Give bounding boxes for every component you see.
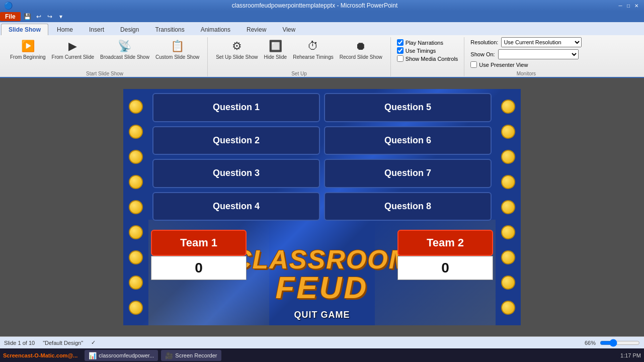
taskbar-powerpoint-item[interactable]: 📊 classroomfeudpower... (85, 350, 158, 361)
zoom-level: 66% (585, 340, 596, 346)
team1-score: 0 (151, 256, 247, 280)
taskbar-time: 1:17 PM (620, 352, 641, 358)
tab-home[interactable]: Home (49, 24, 80, 35)
powerpoint-icon: 📊 (89, 352, 97, 359)
questions-grid: Question 1 Question 5 Question 2 Questio… (148, 89, 496, 225)
minimize-button[interactable]: ─ (617, 2, 624, 9)
close-button[interactable]: ✕ (633, 2, 640, 9)
tab-insert[interactable]: Insert (82, 24, 112, 35)
question-6-button[interactable]: Question 6 (324, 126, 492, 155)
tab-review[interactable]: Review (239, 24, 274, 35)
ribbon-group-checkboxes: Play Narrations Use Timings Show Media C… (391, 37, 465, 76)
dot (129, 250, 143, 264)
tab-transitions[interactable]: Transitions (147, 24, 192, 35)
qa-more-button[interactable]: ▾ (56, 12, 66, 21)
dot (129, 276, 143, 290)
question-4-button[interactable]: Question 4 (152, 192, 320, 221)
ribbon-group-setup: ⚙ Set Up Slide Show 🔲 Hide Slide ⏱ Rehea… (208, 37, 391, 76)
record-icon: ⏺ (353, 38, 369, 54)
theme-name: "Default Design" (43, 340, 83, 346)
dot (129, 100, 143, 114)
dot (501, 200, 515, 214)
dot (501, 276, 515, 290)
show-media-controls-checkbox[interactable] (397, 55, 404, 62)
from-current-slide-button[interactable]: ▶ From Current Slide (50, 37, 96, 61)
hide-slide-button[interactable]: 🔲 Hide Slide (262, 37, 289, 61)
team2-score: 0 (397, 256, 493, 280)
dot (129, 200, 143, 214)
question-8-button[interactable]: Question 8 (324, 192, 492, 221)
dot (129, 175, 143, 189)
recorder-icon: 🎥 (165, 352, 173, 359)
slide-count: Slide 1 of 10 (4, 340, 35, 346)
dot (501, 150, 515, 164)
question-1-button[interactable]: Question 1 (152, 93, 320, 122)
dot (129, 225, 143, 239)
from-current-icon: ▶ (65, 38, 81, 54)
play-narrations-checkbox[interactable] (397, 39, 404, 46)
hide-icon: 🔲 (267, 38, 283, 54)
dot (129, 150, 143, 164)
question-7-button[interactable]: Question 7 (324, 159, 492, 188)
tab-slideshow[interactable]: Slide Show (1, 24, 48, 35)
from-beginning-button[interactable]: ▶️ From Beginning (8, 37, 48, 61)
main-area: Question 1 Question 5 Question 2 Questio… (0, 78, 644, 336)
team1-button[interactable]: Team 1 (151, 230, 247, 256)
rehearse-timings-button[interactable]: ⏱ Rehearse Timings (291, 37, 336, 61)
dot (501, 250, 515, 264)
ribbon-group-start-slideshow: ▶️ From Beginning ▶ From Current Slide 📡… (2, 37, 208, 76)
rehearse-icon: ⏱ (305, 38, 321, 54)
slide-panel: Question 1 Question 5 Question 2 Questio… (0, 78, 644, 336)
team2-button[interactable]: Team 2 (397, 230, 493, 256)
question-2-button[interactable]: Question 2 (152, 126, 320, 155)
ribbon-tabs: Slide Show Home Insert Design Transition… (0, 22, 644, 35)
status-bar: Slide 1 of 10 "Default Design" ✓ 66% (0, 336, 644, 348)
left-dot-border (123, 89, 148, 325)
tab-animations[interactable]: Animations (193, 24, 238, 35)
dot (501, 301, 515, 315)
presenter-view-checkbox[interactable] (470, 61, 477, 68)
record-slideshow-button[interactable]: ⏺ Record Slide Show (338, 37, 384, 61)
broadcast-icon: 📡 (117, 38, 133, 54)
question-3-button[interactable]: Question 3 (152, 159, 320, 188)
taskbar-recorder-item[interactable]: 🎥 Screen Recorder (161, 350, 221, 361)
redo-quick-button[interactable]: ↪ (45, 12, 55, 21)
custom-slideshow-button[interactable]: 📋 Custom Slide Show (153, 37, 201, 61)
team1-section: Team 1 0 (148, 230, 249, 280)
taskbar-ppt-label: classroomfeudpower... (99, 352, 154, 358)
slide-container: Question 1 Question 5 Question 2 Questio… (123, 89, 521, 325)
from-beginning-icon: ▶️ (20, 38, 36, 54)
dot (129, 125, 143, 139)
question-5-button[interactable]: Question 5 (324, 93, 492, 122)
window-title: classroomfeudpowerpointtemplatepptx - Mi… (13, 2, 617, 9)
right-dot-border (496, 89, 521, 325)
zoom-slider[interactable] (600, 339, 640, 347)
team2-section: Team 2 0 (395, 230, 496, 280)
file-menu-button[interactable]: File (0, 12, 21, 21)
save-quick-button[interactable]: 💾 (23, 12, 33, 21)
resolution-select[interactable]: Use Current Resolution (501, 37, 582, 47)
setup-icon: ⚙ (229, 38, 245, 54)
undo-quick-button[interactable]: ↩ (34, 12, 44, 21)
dot (501, 225, 515, 239)
taskbar: Screencast-O-Matic.com@... 📊 classroomfe… (0, 348, 644, 362)
maximize-button[interactable]: □ (625, 2, 632, 9)
dot (501, 125, 515, 139)
quit-game-button[interactable]: QUIT GAME (272, 304, 372, 325)
spell-check-icon: ✓ (91, 339, 96, 346)
custom-icon: 📋 (170, 38, 186, 54)
setup-slideshow-button[interactable]: ⚙ Set Up Slide Show (214, 37, 260, 61)
dot (129, 301, 143, 315)
dot (501, 175, 515, 189)
taskbar-recorder-label: Screen Recorder (175, 352, 217, 358)
use-timings-checkbox[interactable] (397, 47, 404, 54)
broadcast-button[interactable]: 📡 Broadcast Slide Show (98, 37, 151, 61)
title-bar: 🔵 classroomfeudpowerpointtemplatepptx - … (0, 0, 644, 11)
screencast-brand: Screencast-O-Matic.com@... (3, 352, 77, 358)
tab-view[interactable]: View (275, 24, 303, 35)
dot (501, 100, 515, 114)
ribbon-group-monitors: Resolution: Use Current Resolution Show … (464, 37, 588, 76)
tab-design[interactable]: Design (113, 24, 146, 35)
show-on-select[interactable] (498, 49, 579, 59)
